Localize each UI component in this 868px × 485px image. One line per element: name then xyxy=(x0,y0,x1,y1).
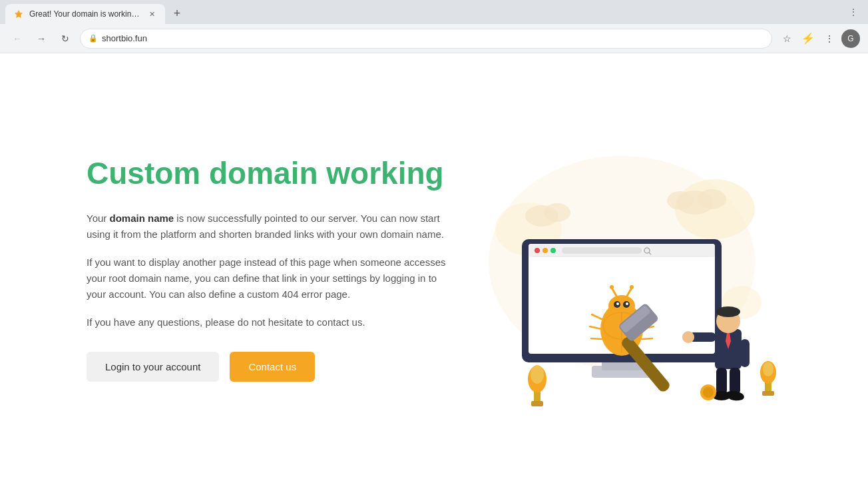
svg-point-52 xyxy=(725,390,745,402)
svg-point-16 xyxy=(542,248,548,253)
lock-icon: 🔒 xyxy=(89,34,98,43)
toolbar-actions: ☆ ⚡ ⋮ G xyxy=(777,29,860,48)
svg-rect-49 xyxy=(716,368,727,394)
svg-line-36 xyxy=(642,338,652,339)
tab-title: Great! Your domain is working. - xyxy=(29,9,141,19)
description-2: If you want to display another page inst… xyxy=(87,254,446,302)
svg-point-47 xyxy=(682,331,694,343)
illustration-section xyxy=(462,129,781,409)
svg-point-15 xyxy=(535,248,540,253)
back-button[interactable]: ← xyxy=(8,29,27,48)
desc1-bold: domain name xyxy=(109,213,174,224)
main-container: Custom domain working Your domain name i… xyxy=(0,53,868,485)
new-tab-button[interactable]: + xyxy=(168,4,186,23)
address-bar[interactable]: 🔒 shortbio.fun xyxy=(80,29,772,49)
svg-rect-60 xyxy=(762,391,774,396)
forward-button[interactable]: → xyxy=(32,29,51,48)
description-1: Your domain name is now successfully poi… xyxy=(87,211,446,242)
page-heading: Custom domain working xyxy=(87,157,446,191)
svg-point-62 xyxy=(703,387,714,398)
illustration xyxy=(462,129,781,409)
tab-list-button[interactable]: ⋮ xyxy=(844,3,863,21)
svg-rect-18 xyxy=(562,247,642,254)
svg-point-25 xyxy=(616,302,619,305)
tab-close-button[interactable]: ✕ xyxy=(146,9,157,19)
browser-tab[interactable]: Great! Your domain is working. - ✕ xyxy=(5,4,165,24)
svg-point-9 xyxy=(544,203,570,222)
description-3: If you have any questions, please do not… xyxy=(87,314,446,330)
svg-point-26 xyxy=(626,302,628,305)
bookmarks-button[interactable]: ☆ xyxy=(777,29,796,48)
browser-window: Great! Your domain is working. - ✕ + ⋮ ←… xyxy=(0,0,868,485)
contact-button[interactable]: Contact us xyxy=(230,352,315,382)
login-button[interactable]: Login to your account xyxy=(87,352,219,382)
left-section: Custom domain working Your domain name i… xyxy=(87,157,446,382)
menu-button[interactable]: ⋮ xyxy=(820,29,839,48)
tab-favicon xyxy=(13,9,24,19)
desc1-pre: Your xyxy=(87,213,109,224)
toolbar: ← → ↻ 🔒 shortbio.fun ☆ ⚡ ⋮ G xyxy=(0,24,868,53)
svg-point-17 xyxy=(550,248,556,253)
svg-marker-0 xyxy=(15,10,23,18)
svg-point-30 xyxy=(630,285,634,289)
svg-point-59 xyxy=(763,362,773,376)
page-content: Custom domain working Your domain name i… xyxy=(0,53,868,485)
tab-bar: Great! Your domain is working. - ✕ + ⋮ xyxy=(0,0,868,24)
svg-rect-48 xyxy=(740,339,750,367)
reload-button[interactable]: ↻ xyxy=(56,29,75,48)
svg-point-55 xyxy=(531,365,544,384)
svg-point-44 xyxy=(716,306,740,317)
svg-rect-56 xyxy=(531,401,543,406)
svg-point-6 xyxy=(697,189,726,209)
svg-rect-50 xyxy=(730,368,740,394)
svg-point-29 xyxy=(610,285,614,289)
action-buttons: Login to your account Contact us xyxy=(87,352,446,382)
extensions-button[interactable]: ⚡ xyxy=(799,29,817,48)
profile-button[interactable]: G xyxy=(841,29,860,48)
svg-line-33 xyxy=(591,338,602,339)
svg-point-7 xyxy=(667,191,694,210)
url-text: shortbio.fun xyxy=(102,33,763,43)
